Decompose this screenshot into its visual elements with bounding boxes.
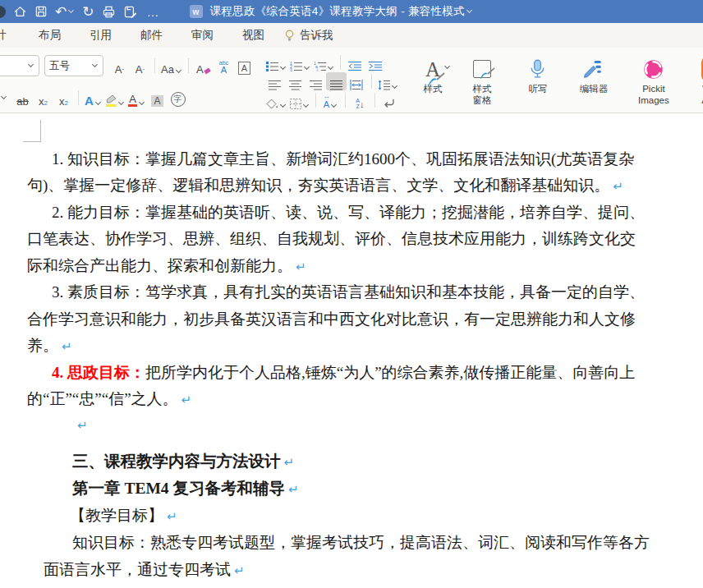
- home-button[interactable]: [13, 2, 27, 21]
- word-alpha-label: Word Alpha: [697, 84, 703, 107]
- highlight-color-button[interactable]: [103, 89, 126, 107]
- align-center-button[interactable]: [285, 72, 306, 90]
- align-left-button[interactable]: [264, 72, 285, 90]
- text-line[interactable]: 句)、掌握一定修辞、逻辑和思辨知识，夯实英语语言、文学、文化和翻译基础知识。↵: [27, 175, 623, 198]
- text-line[interactable]: 面语言水平，通过专四考试↵: [44, 559, 245, 582]
- text-line[interactable]: 2. 能力目标：掌握基础的英语听、读、说、写、译能力；挖掘潜能，培养自学、提问、: [52, 202, 645, 225]
- ribbon-tab[interactable]: 视图: [242, 28, 264, 43]
- font-size-value: 五号: [49, 59, 70, 73]
- phonetic-guide-button[interactable]: abc A: [214, 57, 234, 75]
- undo-dropdown-chevron-icon[interactable]: [68, 7, 74, 13]
- ribbon-tab[interactable]: 引用: [90, 28, 112, 43]
- dictate-label: 听写: [528, 84, 547, 95]
- pickit-images-button[interactable]: Pickit Images: [625, 48, 682, 113]
- grow-font-button[interactable]: Aˆ: [109, 57, 130, 75]
- ribbon-tab[interactable]: 布局: [39, 28, 61, 43]
- line-spacing-button[interactable]: [376, 72, 400, 90]
- clear-formatting-button[interactable]: A: [193, 57, 214, 75]
- tell-me-button[interactable]: 告诉我: [284, 28, 333, 43]
- styles-button[interactable]: A 样式: [408, 48, 457, 113]
- print-button[interactable]: [102, 2, 116, 21]
- more-commands-button[interactable]: …: [147, 2, 160, 21]
- text-line[interactable]: 第一章 TEM4 复习备考和辅导↵: [72, 477, 299, 500]
- ellipsis-icon: …: [147, 5, 160, 19]
- text-line[interactable]: 3. 素质目标：笃学求真，具有扎实的英语语言基础知识和基本技能，具备一定的自学、: [52, 282, 645, 305]
- borders-button[interactable]: [288, 91, 311, 109]
- style-pane-button[interactable]: 样式窗格: [457, 48, 507, 113]
- save-button[interactable]: [34, 2, 48, 21]
- align-right-button[interactable]: [306, 72, 326, 90]
- multilevel-list-button[interactable]: 1ai: [312, 53, 336, 71]
- page-corner-mark: [23, 120, 41, 142]
- tell-me-label: 告诉我: [300, 28, 333, 43]
- numbering-button[interactable]: 123: [288, 53, 312, 71]
- text-line[interactable]: 养。↵: [27, 335, 72, 358]
- ribbon-tab-bar: 计 布局引用邮件审阅视图 告诉我: [0, 23, 703, 48]
- ribbon: 五号 Aˆ Aˇ Aa A abc A A: [0, 48, 703, 113]
- font-size-combo[interactable]: 五号: [44, 55, 103, 76]
- document-icon: w: [190, 5, 203, 18]
- text-line[interactable]: 的“正”“忠”“信”之人。↵: [27, 388, 191, 411]
- enclose-characters-button[interactable]: 字: [168, 89, 188, 107]
- bullets-button[interactable]: [264, 53, 288, 71]
- text-line[interactable]: 4. 思政目标：把所学内化于个人品格,锤炼“为人”的综合素养,做传播正能量、向善…: [52, 362, 635, 385]
- paragraph-mark-icon: ↵: [284, 455, 295, 470]
- text-effects-button[interactable]: A: [83, 89, 103, 107]
- ribbon-group-paragraph: 123 1ai: [264, 48, 400, 113]
- sort-button[interactable]: A Z ↓: [350, 91, 370, 109]
- ribbon-group-font: 五号 Aˆ Aˇ Aa A abc A A: [0, 48, 255, 113]
- window-titlebar: ↶ ↻ … w 课程思政《综合英语4》课程教学大纲 - 兼容性模式: [0, 0, 703, 23]
- paragraph-mark-icon: ↵: [167, 509, 177, 524]
- text-line[interactable]: 合作学习意识和能力，初步具备英汉语言和中西文化对比意识，有一定思辨能力和人文修: [27, 309, 636, 332]
- text-line[interactable]: 1. 知识目标：掌握几篇文章主旨、新增词汇约1600个、巩固拓展语法知识(尤英语…: [52, 149, 634, 172]
- undo-button[interactable]: ↶: [55, 2, 75, 21]
- text-line[interactable]: 【教学目标】↵: [70, 505, 177, 528]
- distribute-text-button[interactable]: [347, 72, 367, 90]
- underline-dropdown-chevron-icon[interactable]: [1, 94, 7, 99]
- editor-button[interactable]: 编辑器: [569, 48, 618, 113]
- text-line[interactable]: 口笔表达、协作学习、思辨、组织、自我规划、评价、信息技术应用能力，训练跨文化交: [27, 228, 636, 251]
- redo-button[interactable]: ↻: [82, 2, 94, 21]
- ribbon-tab[interactable]: 审阅: [191, 28, 214, 43]
- editor-label: 编辑器: [580, 84, 609, 95]
- text-line[interactable]: 际和综合产出能力、探索和创新能力。↵: [27, 255, 306, 278]
- font-name-combo[interactable]: [0, 55, 39, 76]
- justify-button[interactable]: [326, 72, 347, 90]
- character-scaling-button[interactable]: ↔ A: [320, 91, 341, 109]
- text-line[interactable]: ↵: [74, 416, 88, 439]
- strikethrough-button[interactable]: ab: [12, 89, 33, 107]
- paragraph-mark-icon: ↵: [613, 179, 623, 194]
- text-line[interactable]: 三、课程教学内容与方法设计↵: [72, 450, 294, 473]
- save-as-button[interactable]: [123, 2, 137, 21]
- title-dropdown-chevron-icon[interactable]: [466, 7, 472, 13]
- character-border-button[interactable]: A: [234, 57, 255, 75]
- tab-partial-design[interactable]: 计: [0, 28, 10, 43]
- paragraph-mark-icon: ↵: [62, 339, 72, 354]
- ribbon-tab[interactable]: 邮件: [140, 28, 163, 43]
- pickit-label: Pickit Images: [635, 84, 673, 107]
- shading-fill-button[interactable]: [264, 91, 288, 109]
- redo-icon: ↻: [82, 5, 94, 19]
- decrease-indent-button[interactable]: [345, 53, 365, 71]
- character-shading-button[interactable]: A: [147, 89, 168, 107]
- word-alpha-button[interactable]: α Word Alpha: [689, 48, 703, 113]
- svg-text:3: 3: [290, 67, 292, 71]
- paragraph-mark-icon: ↵: [181, 393, 192, 407]
- show-paragraph-marks-button[interactable]: [379, 91, 400, 109]
- window-control-button[interactable]: [0, 6, 6, 18]
- superscript-button[interactable]: x2: [53, 89, 74, 107]
- dictate-button[interactable]: 听写: [513, 48, 563, 113]
- highlighter-icon: [105, 94, 117, 108]
- text-line[interactable]: 知识目标：熟悉专四考试题型，掌握考试技巧，提高语法、词汇、阅读和写作等各方: [72, 532, 650, 555]
- editor-pen-icon: [583, 58, 604, 80]
- shrink-font-button[interactable]: Aˇ: [130, 57, 150, 75]
- document-page[interactable]: 1. 知识目标：掌握几篇文章主旨、新增词汇约1600个、巩固拓展语法知识(尤英语…: [0, 113, 703, 588]
- style-pane-label: 样式窗格: [468, 84, 496, 107]
- increase-indent-button[interactable]: [365, 53, 386, 71]
- subscript-button[interactable]: x2: [33, 89, 53, 107]
- font-color-button[interactable]: A: [126, 89, 147, 107]
- lightbulb-icon: [284, 30, 295, 42]
- print-icon: [102, 5, 116, 19]
- pickit-pinwheel-icon: [642, 58, 664, 80]
- change-case-button[interactable]: Aa: [159, 57, 184, 75]
